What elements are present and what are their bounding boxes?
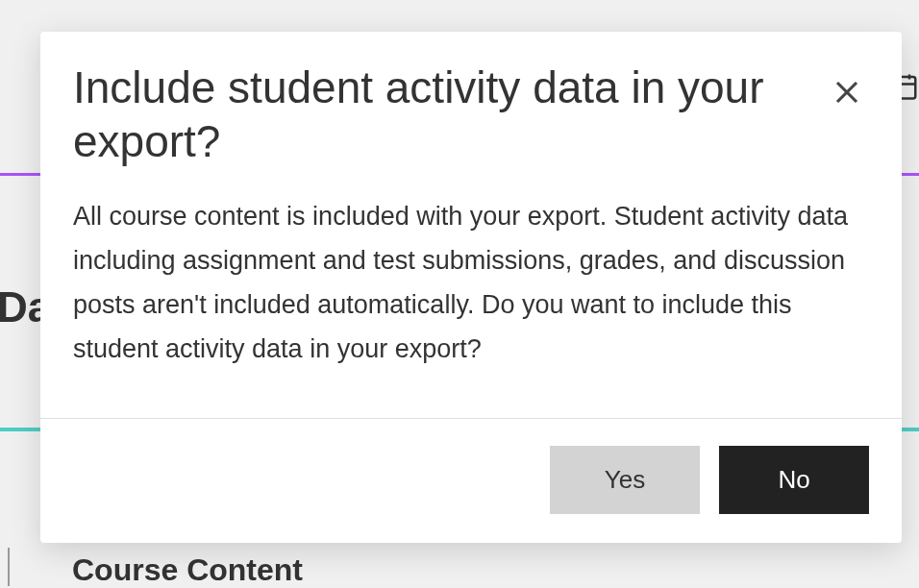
dialog-body: All course content is included with your… (40, 168, 902, 418)
export-dialog: Include student activity data in your ex… (40, 32, 902, 543)
no-button[interactable]: No (719, 446, 869, 514)
yes-button[interactable]: Yes (550, 446, 700, 514)
vertical-divider (8, 548, 10, 586)
course-content-heading: Course Content (72, 552, 303, 588)
close-button[interactable] (825, 70, 869, 114)
dialog-footer: Yes No (40, 418, 902, 543)
dialog-header: Include student activity data in your ex… (40, 32, 902, 168)
close-icon (832, 78, 861, 107)
dialog-title: Include student activity data in your ex… (73, 61, 825, 168)
